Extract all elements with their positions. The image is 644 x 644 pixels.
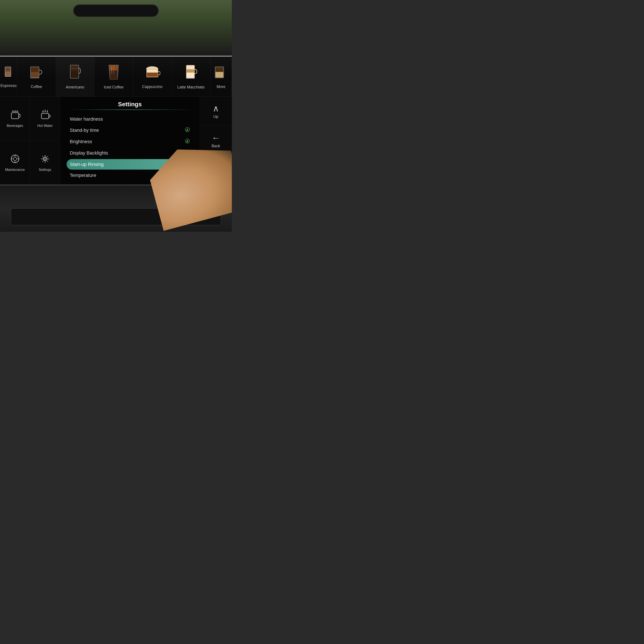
svg-rect-19: [147, 73, 158, 77]
svg-rect-15: [113, 66, 114, 74]
svg-point-36: [13, 157, 17, 161]
cappuccino-label: Cappuccino: [142, 85, 163, 89]
svg-rect-10: [71, 71, 78, 78]
back-arrow-icon: ←: [212, 133, 220, 143]
up-label: Up: [213, 114, 218, 119]
startup-rinsing-label: Start-up Rinsing: [70, 162, 104, 167]
water-hardness-label: Water hardness: [70, 116, 103, 122]
sidebar-row-2: Maintenance: [0, 141, 60, 185]
svg-point-42: [43, 157, 47, 161]
espresso-icon: [3, 66, 14, 82]
svg-rect-1: [5, 67, 11, 71]
sidebar-item-maintenance[interactable]: Maintenance: [0, 141, 30, 185]
brightness-eco-icon: [185, 138, 190, 145]
sidebar-row-1: Beverages Hot Water: [0, 97, 60, 141]
settings-item-brightness[interactable]: Brightness: [67, 136, 193, 147]
iced-coffee-label: Iced Coffee: [104, 85, 124, 90]
espresso-label: Espresso: [0, 84, 17, 88]
svg-rect-6: [31, 72, 39, 77]
maintenance-label: Maintenance: [5, 168, 25, 172]
coffee-label: Coffee: [31, 85, 42, 89]
beverages-icon: [10, 109, 20, 123]
left-sidebar: Beverages Hot Water: [0, 97, 60, 185]
coffee-icon: [29, 65, 43, 83]
up-chevron-icon: ∧: [213, 103, 219, 113]
iced-coffee-icon: [108, 64, 120, 83]
settings-divider: [67, 109, 193, 110]
drink-item-iced-coffee[interactable]: Iced Coffee: [94, 57, 133, 96]
display-backlights-label: Display Backlights: [70, 150, 108, 156]
settings-gear-icon: [40, 153, 50, 167]
nav-up-button[interactable]: ∧ Up: [200, 97, 232, 126]
settings-item-stand-by-time[interactable]: Stand-by time: [67, 125, 193, 135]
brightness-label: Brightness: [70, 139, 92, 144]
sidebar-item-settings[interactable]: Settings: [30, 141, 60, 185]
more-label: More: [217, 85, 225, 89]
svg-rect-33: [11, 113, 19, 119]
svg-rect-28: [216, 72, 223, 77]
svg-rect-24: [187, 73, 194, 78]
svg-point-43: [44, 158, 46, 160]
settings-label: Settings: [39, 168, 51, 172]
settings-title: Settings: [67, 101, 193, 108]
maintenance-icon: [10, 153, 20, 167]
sidebar-item-beverages[interactable]: Beverages: [0, 97, 30, 141]
settings-item-water-hardness[interactable]: Water hardness: [67, 114, 193, 124]
top-bar-decoration: [73, 4, 159, 17]
svg-rect-14: [111, 67, 112, 74]
svg-rect-22: [187, 65, 194, 69]
americano-icon: [68, 64, 82, 83]
stand-by-time-label: Stand-by time: [70, 128, 99, 133]
latte-macchiato-icon: [184, 64, 198, 83]
svg-rect-27: [216, 67, 223, 72]
svg-rect-5: [31, 67, 39, 72]
sidebar-item-hot-water[interactable]: Hot Water: [30, 97, 60, 141]
drink-item-espresso[interactable]: Espresso: [0, 57, 17, 96]
more-icon: [214, 65, 228, 83]
machine-top: [0, 0, 232, 56]
beverages-label: Beverages: [7, 124, 23, 128]
drink-item-coffee[interactable]: Coffee: [17, 57, 56, 96]
hot-water-icon: [40, 109, 50, 123]
svg-rect-18: [147, 69, 158, 73]
svg-rect-23: [187, 69, 194, 73]
hot-water-label: Hot Water: [37, 124, 53, 128]
drink-item-americano[interactable]: Americano: [56, 57, 94, 96]
latte-macchiato-label: Latte Macchiato: [177, 85, 205, 90]
temperature-label: Temperature: [70, 173, 96, 178]
drink-item-more[interactable]: More: [210, 57, 232, 96]
svg-rect-2: [5, 71, 11, 76]
drinks-row: Espresso Coffee: [0, 57, 232, 97]
drink-item-cappuccino[interactable]: Cappuccino: [133, 57, 172, 96]
back-label: Back: [211, 144, 220, 148]
drink-item-latte-macchiato[interactable]: Latte Macchiato: [172, 57, 210, 96]
cappuccino-icon: [144, 65, 160, 83]
stand-by-eco-icon: [185, 127, 190, 133]
svg-rect-34: [41, 113, 49, 119]
americano-label: Americano: [66, 85, 84, 90]
